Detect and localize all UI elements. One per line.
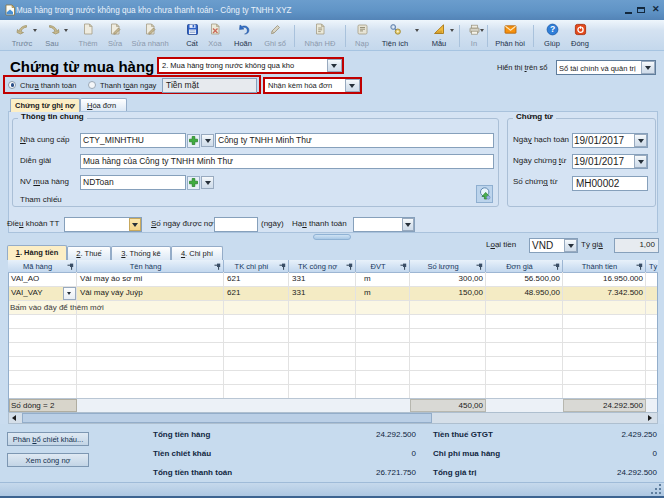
svg-text:?: ? xyxy=(550,24,555,34)
